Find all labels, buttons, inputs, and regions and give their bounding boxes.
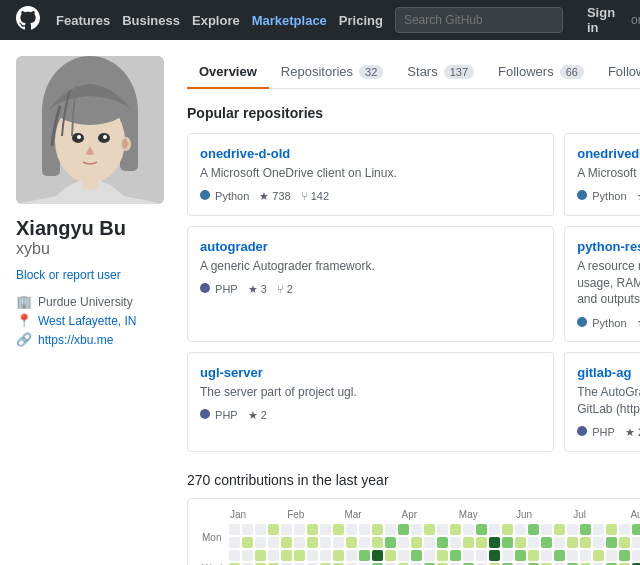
svg-rect-10 bbox=[82, 174, 98, 189]
repo-name-python-resmon[interactable]: python-resmon bbox=[577, 239, 640, 254]
day-cell bbox=[541, 550, 552, 561]
day-cell bbox=[632, 537, 640, 548]
repo-name-ugl-server[interactable]: ugl-server bbox=[200, 365, 263, 380]
repo-meta-ugl-server: PHP ★ 2 bbox=[200, 409, 541, 422]
repo-name-autograder[interactable]: autograder bbox=[200, 239, 268, 254]
day-cell bbox=[476, 524, 487, 535]
week-col bbox=[476, 524, 487, 565]
svg-point-8 bbox=[77, 135, 81, 139]
day-labels: Mon Wed Fri bbox=[202, 524, 222, 565]
month-may: May bbox=[459, 509, 516, 520]
week-col bbox=[541, 524, 552, 565]
tab-overview[interactable]: Overview bbox=[187, 56, 269, 89]
repo-card-onedrived-dev: onedrived-dev A Microsoft OneDrive clien… bbox=[564, 133, 640, 216]
tab-repositories[interactable]: Repositories 32 bbox=[269, 56, 396, 89]
repo-meta-autograder: PHP ★ 3 ⑂ 2 bbox=[200, 283, 541, 296]
tab-followers[interactable]: Followers 66 bbox=[486, 56, 596, 89]
day-cell bbox=[489, 524, 500, 535]
day-cell bbox=[255, 524, 266, 535]
tab-following-label: Following bbox=[608, 64, 640, 79]
website-link[interactable]: https://xbu.me bbox=[38, 333, 113, 347]
tab-following[interactable]: Following 0 bbox=[596, 56, 640, 89]
day-cell bbox=[255, 537, 266, 548]
day-cell bbox=[359, 537, 370, 548]
day-cell bbox=[580, 550, 591, 561]
repo-desc-autograder: A generic Autograder framework. bbox=[200, 258, 541, 275]
tab-followers-count: 66 bbox=[560, 65, 584, 79]
month-jan: Jan bbox=[230, 509, 287, 520]
repo-card-autograder: autograder A generic Autograder framewor… bbox=[187, 226, 554, 342]
repo-lang-autograder: PHP bbox=[200, 283, 238, 295]
week-col bbox=[606, 524, 617, 565]
repo-forks-autograder: ⑂ 2 bbox=[277, 283, 293, 295]
day-cell bbox=[593, 537, 604, 548]
tab-stars[interactable]: Stars 137 bbox=[395, 56, 486, 89]
day-cell bbox=[333, 537, 344, 548]
day-cell bbox=[502, 537, 513, 548]
day-cell bbox=[346, 550, 357, 561]
nav-business[interactable]: Business bbox=[122, 13, 180, 28]
tab-followers-label: Followers bbox=[498, 64, 554, 79]
week-col bbox=[580, 524, 591, 565]
day-cell bbox=[528, 550, 539, 561]
week-col bbox=[307, 524, 318, 565]
star-count: 2 bbox=[261, 409, 267, 421]
star-icon: ★ bbox=[248, 409, 258, 422]
week-col bbox=[463, 524, 474, 565]
repo-name-onedrived-dev[interactable]: onedrived-dev bbox=[577, 146, 640, 161]
day-cell bbox=[411, 524, 422, 535]
tab-repositories-count: 32 bbox=[359, 65, 383, 79]
repo-desc-gitlab-ag: The AutoGrader (http://github.com/xybu/a… bbox=[577, 384, 640, 418]
block-report-link[interactable]: Block or report user bbox=[16, 268, 171, 282]
day-cell bbox=[294, 524, 305, 535]
day-cell bbox=[281, 550, 292, 561]
signin-link[interactable]: Sign in bbox=[587, 5, 615, 35]
fork-count: 142 bbox=[311, 190, 329, 202]
week-col bbox=[424, 524, 435, 565]
day-cell bbox=[268, 537, 279, 548]
day-cell bbox=[515, 550, 526, 561]
day-cell bbox=[255, 550, 266, 561]
nav-or: or bbox=[631, 13, 640, 27]
day-cell bbox=[372, 524, 383, 535]
repo-forks-onedrive-d-old: ⑂ 142 bbox=[301, 190, 329, 202]
week-col bbox=[359, 524, 370, 565]
repo-name-onedrive-d-old[interactable]: onedrive-d-old bbox=[200, 146, 290, 161]
day-cell bbox=[554, 550, 565, 561]
lang-dot-icon bbox=[200, 409, 210, 419]
day-cell bbox=[268, 524, 279, 535]
nav-marketplace[interactable]: Marketplace bbox=[252, 13, 327, 28]
week-col bbox=[294, 524, 305, 565]
location-link[interactable]: West Lafayette, IN bbox=[38, 314, 137, 328]
day-cell bbox=[333, 550, 344, 561]
week-col bbox=[567, 524, 578, 565]
day-cell bbox=[346, 524, 357, 535]
day-cell bbox=[619, 524, 630, 535]
day-cell bbox=[606, 537, 617, 548]
repo-lang-ugl-server: PHP bbox=[200, 409, 238, 421]
github-logo-icon[interactable] bbox=[16, 6, 40, 35]
day-cell bbox=[437, 537, 448, 548]
week-col bbox=[333, 524, 344, 565]
day-cell bbox=[229, 550, 240, 561]
nav-pricing[interactable]: Pricing bbox=[339, 13, 383, 28]
day-cell bbox=[619, 550, 630, 561]
day-cell bbox=[567, 537, 578, 548]
day-cell bbox=[268, 550, 279, 561]
week-col bbox=[619, 524, 630, 565]
week-col bbox=[255, 524, 266, 565]
day-cell bbox=[450, 550, 461, 561]
star-count: 738 bbox=[272, 190, 290, 202]
week-col bbox=[528, 524, 539, 565]
repo-name-gitlab-ag[interactable]: gitlab-ag bbox=[577, 365, 631, 380]
repo-lang-python-resmon: Python bbox=[577, 317, 626, 329]
repo-desc-python-resmon: A resource monitor that records resource… bbox=[577, 258, 640, 308]
nav-features[interactable]: Features bbox=[56, 13, 110, 28]
search-input[interactable] bbox=[395, 7, 563, 33]
nav-explore[interactable]: Explore bbox=[192, 13, 240, 28]
day-cell bbox=[385, 524, 396, 535]
week-col bbox=[385, 524, 396, 565]
day-cell bbox=[463, 524, 474, 535]
repo-stars-autograder: ★ 3 bbox=[248, 283, 267, 296]
lang-label: PHP bbox=[215, 409, 238, 421]
